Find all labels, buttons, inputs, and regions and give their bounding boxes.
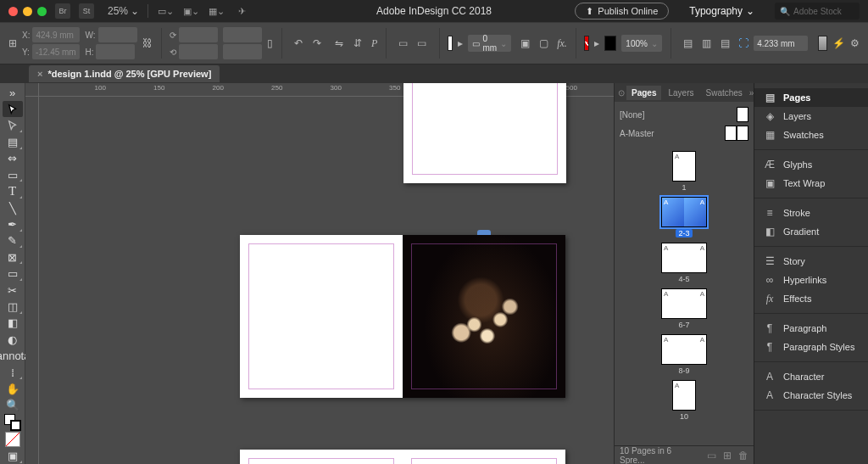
line-tool[interactable]: ╲ xyxy=(3,200,23,215)
gpu-toggle-icon[interactable]: ✈ xyxy=(233,3,250,19)
page-tool[interactable]: ▤ xyxy=(3,134,23,149)
flip-h-icon[interactable]: ⇋ xyxy=(331,35,348,52)
scale-x-field[interactable] xyxy=(179,27,218,42)
expand-toolbox[interactable]: » xyxy=(3,85,23,100)
ref-point-grid[interactable]: ⊞ xyxy=(8,35,17,52)
h-field[interactable] xyxy=(96,44,135,59)
vertical-ruler[interactable] xyxy=(25,97,39,464)
panel-item-glyphs[interactable]: ÆGlyphs xyxy=(754,155,868,174)
auto-fit-icon[interactable]: ▯ xyxy=(267,35,273,52)
pen-tool[interactable]: ✒ xyxy=(3,216,23,232)
zoom-level-dropdown[interactable]: 25% ⌄ xyxy=(108,5,139,17)
delete-page-icon[interactable]: 🗑 xyxy=(738,450,748,461)
fx-icon[interactable]: fx. xyxy=(557,35,567,52)
panel-item-swatches[interactable]: ▦Swatches xyxy=(754,126,868,144)
p-icon[interactable]: P xyxy=(371,35,377,52)
panel-item-text-wrap[interactable]: ▣Text Wrap xyxy=(754,174,868,193)
spread-1[interactable] xyxy=(403,83,566,183)
workspace-dropdown[interactable]: Typography⌄ xyxy=(689,5,754,17)
type-tool[interactable]: T xyxy=(3,183,23,198)
scissors-tool[interactable]: ✂ xyxy=(3,282,23,298)
panel-item-layers[interactable]: ◈Layers xyxy=(754,107,868,126)
stroke-color-swatch[interactable] xyxy=(604,36,617,51)
corner-radius-icon[interactable]: ⛶ xyxy=(738,35,748,52)
panel-item-character-styles[interactable]: ACharacter Styles xyxy=(754,386,868,405)
flip-v-icon[interactable]: ⇵ xyxy=(349,35,366,52)
zoom-tool[interactable]: 🔍 xyxy=(3,398,23,413)
new-page-icon[interactable]: ⊞ xyxy=(723,450,732,461)
corner-radius-field[interactable]: 4.233 mm xyxy=(754,36,808,51)
edit-page-size-icon[interactable]: ▭ xyxy=(707,450,716,461)
constrain-proportions-icon[interactable]: ⛓ xyxy=(142,35,153,52)
spread-thumb-6-7[interactable]: AA6-7 xyxy=(661,288,707,329)
panel-item-stroke[interactable]: ≡Stroke xyxy=(754,204,868,222)
adobe-stock-search[interactable]: 🔍 Adobe Stock xyxy=(775,3,860,20)
minimize-window[interactable] xyxy=(23,7,32,16)
master-a[interactable]: A-Master xyxy=(620,124,748,143)
publish-online-button[interactable]: ⬆ Publish Online xyxy=(575,3,669,20)
spread-thumb-2-3[interactable]: AA2-3 xyxy=(661,197,707,238)
close-tab-icon[interactable]: × xyxy=(37,69,42,79)
spread-2-3[interactable] xyxy=(240,235,565,398)
scale-y-field[interactable] xyxy=(179,44,218,59)
w-field[interactable] xyxy=(98,27,137,42)
fill-dd[interactable]: ▸ xyxy=(458,35,463,52)
spread-4-5[interactable] xyxy=(240,450,565,464)
quick-apply-icon[interactable]: ⚡ xyxy=(832,35,845,52)
gap-tool[interactable]: ⇔ xyxy=(3,151,23,166)
document-canvas[interactable]: 100150200250300350400450500550 xyxy=(25,83,614,464)
stroke-none-swatch[interactable] xyxy=(584,36,589,51)
content-collector-tool[interactable]: ▭ xyxy=(3,167,23,182)
align-left-icon[interactable]: ▤ xyxy=(679,35,696,52)
fill-swatch[interactable] xyxy=(448,36,453,51)
gradient-swatch-tool[interactable]: ◧ xyxy=(3,316,23,331)
spread-thumb-4-5[interactable]: AA4-5 xyxy=(661,243,707,283)
panel-item-hyperlinks[interactable]: ∞Hyperlinks xyxy=(754,271,868,289)
rectangle-frame-tool[interactable]: ⊠ xyxy=(3,249,23,265)
fill-stroke-swap[interactable] xyxy=(3,414,23,431)
x-field[interactable]: 424.9 mm xyxy=(32,27,80,42)
note-tool[interactable]: �annotate xyxy=(3,349,23,364)
rotate-cw-icon[interactable]: ↷ xyxy=(309,35,326,52)
gradient-feather-tool[interactable]: ◐ xyxy=(3,332,23,347)
rotate-field[interactable] xyxy=(223,27,262,42)
hand-tool[interactable]: ✋ xyxy=(3,381,23,396)
panel-item-paragraph-styles[interactable]: ¶Paragraph Styles xyxy=(754,338,868,356)
align-right-icon[interactable]: ▤ xyxy=(716,35,733,52)
apply-none[interactable] xyxy=(3,432,23,447)
panel-item-effects[interactable]: fxEffects xyxy=(754,289,868,308)
stroke-weight-dd[interactable]: ▭0 mm xyxy=(468,35,512,52)
bridge-button[interactable]: Br xyxy=(55,3,70,19)
panel-item-story[interactable]: ☰Story xyxy=(754,252,868,271)
panel-item-paragraph[interactable]: ¶Paragraph xyxy=(754,319,868,338)
document-tab[interactable]: × *design 1.indd @ 25% [GPU Preview] xyxy=(29,65,220,82)
tab-swatches[interactable]: Swatches xyxy=(700,86,747,100)
frame-fit-1[interactable]: ▣ xyxy=(516,35,533,52)
preview-swatch[interactable] xyxy=(818,36,827,51)
rotate-ccw-icon[interactable]: ↶ xyxy=(290,35,307,52)
panel-item-gradient[interactable]: ◧Gradient xyxy=(754,222,868,241)
bring-front-icon[interactable]: ▭ xyxy=(395,35,412,52)
free-transform-tool[interactable]: ◫ xyxy=(3,299,23,314)
send-back-icon[interactable]: ▭ xyxy=(414,35,431,52)
opacity-dd[interactable]: 100% xyxy=(621,35,662,52)
arrange-docs-icon[interactable]: ▦⌄ xyxy=(208,3,225,19)
frame-fit-2[interactable]: ▢ xyxy=(535,35,552,52)
tab-layers[interactable]: Layers xyxy=(663,86,698,100)
panel-item-pages[interactable]: ▤Pages xyxy=(754,88,868,107)
rectangle-tool[interactable]: ▭ xyxy=(3,266,23,281)
view-mode[interactable]: ▣ xyxy=(3,449,23,464)
view-options-icon[interactable]: ▭⌄ xyxy=(157,3,174,19)
close-window[interactable] xyxy=(8,7,18,16)
selection-tool[interactable] xyxy=(3,101,23,116)
direct-select-tool[interactable] xyxy=(3,118,23,133)
ruler-origin[interactable] xyxy=(25,83,39,97)
tab-pages[interactable]: Pages xyxy=(626,86,661,100)
shear-field[interactable] xyxy=(223,44,262,59)
pencil-tool[interactable]: ✎ xyxy=(3,233,23,249)
align-center-icon[interactable]: ▥ xyxy=(698,35,715,52)
spread-thumb-1[interactable]: A1 xyxy=(672,151,696,192)
spread-thumb-10[interactable]: A10 xyxy=(672,380,696,421)
stock-button[interactable]: St xyxy=(79,3,94,19)
eyedropper-tool[interactable]: ⁞ xyxy=(3,365,23,380)
